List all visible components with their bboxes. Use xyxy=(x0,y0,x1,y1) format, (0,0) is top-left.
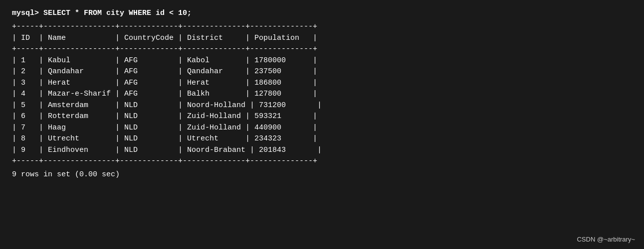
footer-line: 9 rows in set (0.00 sec) xyxy=(12,170,632,179)
query-line: mysql> SELECT * FROM city WHERE id < 10; xyxy=(12,9,632,17)
watermark: CSDN @~arbitrary~ xyxy=(577,236,635,243)
sql-output: +-----+----------------+-------------+--… xyxy=(12,21,632,167)
terminal-window: mysql> SELECT * FROM city WHERE id < 10;… xyxy=(12,9,632,179)
